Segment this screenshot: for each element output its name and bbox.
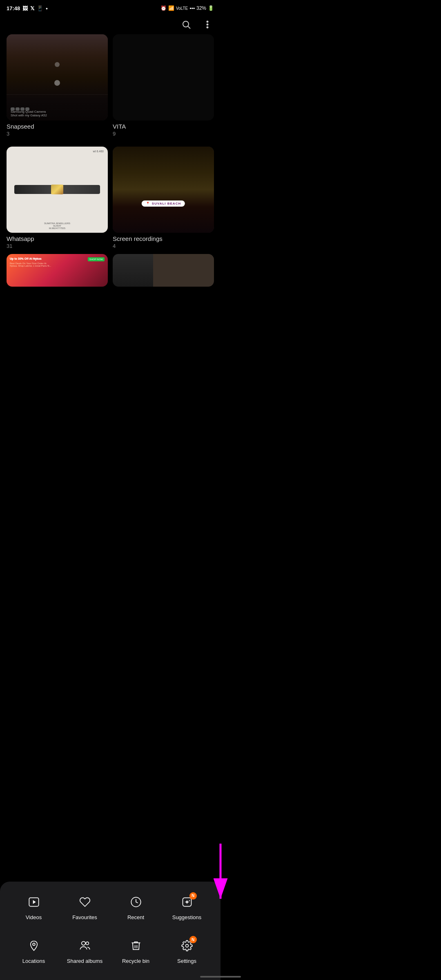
status-time: 17:48: [7, 5, 20, 11]
album-name-whatsapp: Whatsapp: [7, 235, 108, 242]
signal-icon: ▪▪▪: [189, 5, 195, 11]
album-thumb-snapseed: Samsung Quad Camera Shot with my Galaxy …: [7, 34, 108, 120]
search-icon: [181, 20, 191, 29]
albums-grid: Samsung Quad Camera Shot with my Galaxy …: [0, 34, 220, 249]
svg-point-4: [207, 27, 208, 28]
search-button[interactable]: [180, 18, 193, 31]
alarm-icon: ⏰: [160, 5, 167, 11]
svg-point-0: [183, 21, 189, 27]
nykaa-title: Up to 30% Off At Nykas: [10, 257, 42, 260]
volte-icon: VoLTE: [176, 6, 188, 11]
whatsapp-icon: 📱: [37, 5, 43, 11]
status-bar: 17:48 🖼 𝕏 📱 • ⏰ 📶 VoLTE ▪▪▪ 32% 🔋: [0, 0, 220, 15]
wifi-icon: 📶: [168, 5, 174, 11]
album-snapseed[interactable]: Samsung Quad Camera Shot with my Galaxy …: [7, 34, 108, 137]
pin-icon: 📍: [146, 202, 150, 205]
camera-label: Samsung Quad Camera Shot with my Galaxy …: [11, 110, 47, 117]
album-whatsapp[interactable]: SUMITRA JEWELLERS SURAT M.9924777555 wt …: [7, 147, 108, 249]
toolbar: [0, 15, 220, 34]
beach-visual: 📍 SUVALI BEACH: [113, 147, 214, 233]
album-vita[interactable]: VITA 9: [113, 34, 214, 137]
partial-albums-row: Up to 30% Off At Nykas Best Deals On You…: [0, 249, 220, 287]
status-right: ⏰ 📶 VoLTE ▪▪▪ 32% 🔋: [160, 5, 214, 11]
more-options-button[interactable]: [201, 18, 214, 31]
partial-album-left[interactable]: Up to 30% Off At Nykas Best Deals On You…: [7, 254, 108, 287]
album-screenrec[interactable]: 📍 SUVALI BEACH Screen recordings 4: [113, 147, 214, 249]
album-count-whatsapp: 31: [7, 243, 108, 249]
album-name-snapseed: Snapseed: [7, 123, 108, 130]
album-count-screenrec: 4: [113, 243, 214, 249]
nykaa-desc: Best Deals On Your First Order AtNykaa. …: [10, 262, 105, 267]
partial-album-right[interactable]: [113, 254, 214, 287]
svg-line-1: [188, 27, 191, 29]
battery-level: 32%: [196, 5, 206, 11]
battery-icon: 🔋: [208, 5, 214, 11]
album-count-snapseed: 3: [7, 131, 108, 137]
more-icon: [203, 20, 212, 29]
album-name-vita: VITA: [113, 123, 214, 130]
store-text-overlay: SUMITRA JEWELLERS SURAT M.9924777555: [44, 222, 70, 229]
svg-point-2: [207, 21, 208, 22]
album-thumb-whatsapp: SUMITRA JEWELLERS SURAT M.9924777555 wt …: [7, 147, 108, 233]
svg-point-3: [207, 24, 208, 25]
photo-icon: 🖼: [22, 5, 28, 11]
shop-now-badge[interactable]: SHOP NOW: [88, 257, 105, 261]
album-name-screenrec: Screen recordings: [113, 235, 214, 242]
album-thumb-vita: [113, 34, 214, 120]
dot-indicator: •: [46, 5, 48, 11]
album-count-vita: 9: [113, 131, 214, 137]
weight-label: wt 6.460: [93, 150, 104, 153]
twitter-icon: 𝕏: [30, 5, 34, 11]
album-thumb-screenrec: 📍 SUVALI BEACH: [113, 147, 214, 233]
bracelet-clasp: [51, 185, 63, 194]
suvali-badge: 📍 SUVALI BEACH: [142, 200, 185, 207]
status-left: 17:48 🖼 𝕏 📱 •: [7, 5, 48, 11]
